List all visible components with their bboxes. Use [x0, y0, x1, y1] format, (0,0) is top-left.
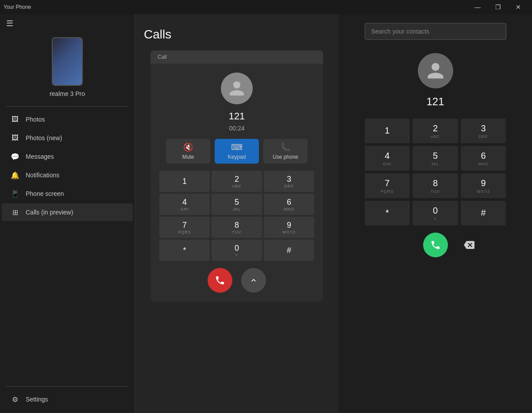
device-section: realme 3 Pro	[0, 33, 135, 106]
titlebar-left: Your Phone	[4, 4, 31, 10]
caller-avatar	[221, 73, 253, 104]
titlebar-controls: — ❐ ✕	[467, 0, 528, 14]
hangup-icon	[215, 275, 225, 286]
sidebar-item-phone-screen-label: Phone screen	[26, 190, 64, 197]
sidebar-top: ☰	[0, 14, 135, 33]
right-dial-2[interactable]: 2ABC	[412, 119, 458, 143]
left-dial-6[interactable]: 6MNO	[264, 194, 314, 215]
keypad-label: Keypad	[228, 154, 246, 160]
mute-label: Mute	[182, 154, 194, 160]
right-dial-star[interactable]: *	[365, 201, 410, 226]
left-dial-2[interactable]: 2ABC	[212, 171, 262, 192]
photos-icon: 🖼	[11, 115, 19, 124]
left-dial-0[interactable]: 0+	[212, 240, 262, 261]
sidebar-item-messages-label: Messages	[26, 153, 54, 160]
right-dial-hash[interactable]: #	[461, 201, 506, 226]
dialer-number: 121	[426, 96, 444, 108]
mute-icon: 🔇	[183, 142, 193, 152]
phone-screen-icon: 📱	[11, 189, 19, 198]
photos-new-icon: 🖼	[11, 134, 19, 142]
sidebar-item-calls-label: Calls (in preview)	[26, 209, 73, 216]
left-dial-3[interactable]: 3DEF	[264, 171, 314, 192]
left-dial-star[interactable]: *	[159, 240, 210, 261]
right-dial-0[interactable]: 0+	[412, 201, 458, 226]
control-row: 🔇 Mute ⌨ Keypad 📞 Use phone	[166, 139, 308, 164]
keypad-icon: ⌨	[231, 142, 243, 152]
sidebar-item-notifications-label: Notifications	[26, 172, 59, 179]
left-dial-8[interactable]: 8TUV	[212, 217, 262, 238]
chevron-up-icon	[249, 276, 258, 285]
sidebar-settings: ⚙ Settings	[0, 390, 135, 413]
device-name: realme 3 Pro	[50, 90, 85, 97]
right-dial-7[interactable]: 7PQRS	[365, 173, 410, 198]
call-button[interactable]	[423, 233, 448, 257]
sidebar-item-messages[interactable]: 💬 Messages	[2, 148, 133, 165]
calls-title: Calls	[144, 27, 171, 42]
calls-panel: Calls Call 121 00:24 �	[135, 14, 339, 413]
content-area: Calls Call 121 00:24 �	[135, 14, 532, 413]
right-dial-1[interactable]: 1	[365, 119, 410, 143]
phone-card-header: Call	[150, 50, 323, 64]
call-icon	[430, 240, 441, 250]
sidebar-item-photos-new-label: Photos (new)	[26, 134, 62, 141]
close-button[interactable]: ✕	[508, 0, 528, 14]
phone-card: Call 121 00:24 🔇 Mute	[150, 50, 323, 302]
right-dial-8[interactable]: 8TUV	[412, 173, 458, 198]
sidebar: ☰ realme 3 Pro 🖼 Photos 🖼 Photos (new) 💬…	[0, 14, 135, 413]
left-dial-7[interactable]: 7PQRS	[159, 217, 210, 238]
sidebar-nav: 🖼 Photos 🖼 Photos (new) 💬 Messages 🔔 Not…	[0, 110, 135, 382]
dialer-avatar-icon	[426, 61, 445, 80]
right-dial-6[interactable]: 6MNO	[461, 146, 506, 171]
sidebar-item-notifications[interactable]: 🔔 Notifications	[2, 166, 133, 184]
right-dialpad: 1 2ABC 3DEF 4GHI 5JKL 6MNO 7PQRS 8TUV 9W…	[365, 119, 506, 226]
left-dial-9[interactable]: 9WXYZ	[264, 217, 314, 238]
sidebar-top-divider	[6, 106, 128, 107]
app-name: Your Phone	[4, 4, 31, 10]
sidebar-bottom-divider	[6, 386, 128, 386]
sidebar-item-photos-new[interactable]: 🖼 Photos (new)	[2, 129, 133, 147]
use-phone-label: Use phone	[273, 154, 298, 160]
messages-icon: 💬	[11, 152, 19, 161]
sidebar-item-photos[interactable]: 🖼 Photos	[2, 111, 133, 128]
sidebar-item-photos-label: Photos	[26, 116, 45, 123]
hangup-button[interactable]	[208, 268, 232, 293]
caller-avatar-icon	[228, 80, 246, 97]
dialer-panel: 121 1 2ABC 3DEF 4GHI 5JKL 6MNO 7PQRS 8TU…	[339, 14, 532, 413]
left-dial-1[interactable]: 1	[159, 171, 210, 192]
backspace-button[interactable]	[457, 233, 482, 257]
sidebar-item-settings[interactable]: ⚙ Settings	[2, 390, 133, 408]
right-action-row	[365, 233, 506, 257]
left-dial-hash[interactable]: #	[264, 240, 314, 261]
caller-number: 121	[229, 111, 245, 122]
left-dial-5[interactable]: 5JKL	[212, 194, 262, 215]
app-body: ☰ realme 3 Pro 🖼 Photos 🖼 Photos (new) 💬…	[0, 14, 532, 413]
dialer-avatar	[418, 53, 453, 88]
notifications-icon: 🔔	[11, 171, 19, 180]
sidebar-item-phone-screen[interactable]: 📱 Phone screen	[2, 185, 133, 203]
right-dial-4[interactable]: 4GHI	[365, 146, 410, 171]
phone-image	[52, 37, 83, 86]
phone-card-body: 121 00:24 🔇 Mute ⌨ Keypad 📞	[150, 64, 323, 302]
right-dial-3[interactable]: 3DEF	[461, 119, 506, 143]
use-phone-button[interactable]: 📞 Use phone	[263, 139, 308, 164]
right-dial-5[interactable]: 5JKL	[412, 146, 458, 171]
maximize-button[interactable]: ❐	[488, 0, 508, 14]
search-contacts-input[interactable]	[365, 23, 506, 40]
call-label: Call	[158, 54, 167, 60]
hamburger-icon[interactable]: ☰	[6, 19, 13, 28]
backspace-icon	[464, 240, 474, 250]
calls-icon: ⊞	[11, 208, 19, 217]
keypad-button[interactable]: ⌨ Keypad	[215, 139, 259, 164]
call-duration: 00:24	[229, 125, 244, 132]
right-dial-9[interactable]: 9WXYZ	[461, 173, 506, 198]
use-phone-icon: 📞	[281, 142, 290, 152]
sidebar-item-calls[interactable]: ⊞ Calls (in preview)	[2, 203, 133, 221]
mute-button[interactable]: 🔇 Mute	[166, 139, 210, 164]
action-row	[208, 268, 266, 293]
minimize-button[interactable]: —	[467, 0, 488, 14]
left-dialpad: 1 2ABC 3DEF 4GHI 5JKL 6MNO 7PQRS 8TUV 9W…	[159, 171, 314, 261]
titlebar: Your Phone — ❐ ✕	[0, 0, 532, 14]
sidebar-item-settings-label: Settings	[26, 396, 48, 403]
more-button[interactable]	[241, 268, 266, 293]
left-dial-4[interactable]: 4GHI	[159, 194, 210, 215]
